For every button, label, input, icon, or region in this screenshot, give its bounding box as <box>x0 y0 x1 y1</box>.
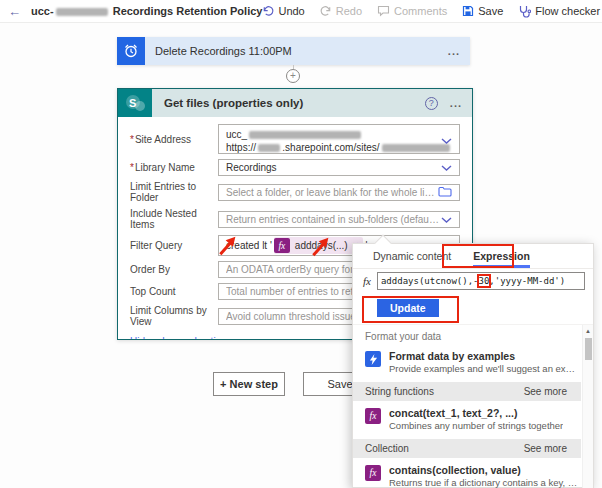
redacted-text <box>382 144 450 152</box>
folder-picker-icon[interactable] <box>438 186 452 199</box>
redo-button[interactable]: Redo <box>320 5 362 17</box>
undo-icon <box>262 5 274 17</box>
fx-function-icon: fx <box>365 465 381 481</box>
fx-function-icon: fx <box>365 408 381 424</box>
top-count-label: Top Count <box>130 286 218 297</box>
trigger-card[interactable]: Delete Recordings 11:00PM ... <box>117 37 470 65</box>
library-name-label: Library Name <box>135 162 195 173</box>
include-nested-input[interactable]: Return entries contained in sub-folders … <box>218 211 460 228</box>
flow-title: ucc- Recordings Retention Policy <box>31 5 262 17</box>
action-card-header[interactable]: S Get files (properties only) ? ... <box>118 89 472 117</box>
expression-token[interactable]: fx adddays(...) × <box>274 237 364 254</box>
help-icon[interactable]: ? <box>425 97 438 110</box>
field-row-site-address: *Site Address ucc_ https://.sharepoint.c… <box>130 124 460 154</box>
list-item-concat[interactable]: fx concat(text_1, text_2?, ...) Combines… <box>353 404 581 436</box>
scroll-up-icon[interactable]: ▲ <box>583 325 593 334</box>
format-your-data-header: Format your data <box>353 325 581 347</box>
site-address-label: Site Address <box>135 134 191 145</box>
trigger-body: Delete Recordings 11:00PM ... <box>145 37 470 65</box>
recurrence-icon <box>117 37 145 65</box>
expression-editor-row: fx adddays(utcnow(),-30,'yyyy-MM-dd') <box>353 269 593 292</box>
field-row-library-name: *Library Name Recordings <box>130 159 460 176</box>
trigger-title: Delete Recordings 11:00PM <box>155 45 292 57</box>
fx-token-icon: fx <box>274 238 290 253</box>
chevron-up-icon <box>237 339 247 341</box>
required-asterisk: * <box>130 134 134 145</box>
field-row-limit-entries: Limit Entries to Folder Select a folder,… <box>130 181 460 203</box>
expression-prefix: adddays(utcnow(),- <box>381 276 479 286</box>
expression-suffix: ,'yyyy-MM-dd') <box>489 276 565 286</box>
redacted-text <box>249 131 361 139</box>
top-bar: ← ucc- Recordings Retention Policy Undo … <box>0 0 602 23</box>
comment-icon <box>377 5 390 17</box>
expression-input[interactable]: adddays(utcnow(),-30,'yyyy-MM-dd') <box>377 272 585 290</box>
save-icon <box>462 5 474 17</box>
see-more-link-collection[interactable]: See more <box>524 443 567 454</box>
chevron-down-icon[interactable] <box>441 135 452 146</box>
redacted-text <box>56 8 108 16</box>
section-collection: Collection See more <box>353 439 581 458</box>
chevron-down-icon[interactable] <box>441 162 452 173</box>
limit-entries-input[interactable]: Select a folder, or leave blank for the … <box>218 184 460 201</box>
limit-entries-label: Limit Entries to Folder <box>130 181 218 203</box>
stethoscope-icon <box>518 5 531 18</box>
chevron-down-icon[interactable] <box>441 214 452 225</box>
limit-columns-label: Limit Columns by View <box>130 305 218 327</box>
popup-tabs: Dynamic content Expression <box>353 244 593 269</box>
sharepoint-icon: S <box>118 89 152 117</box>
section-string-functions: String functions See more <box>353 382 581 401</box>
library-name-input[interactable]: Recordings <box>218 159 460 176</box>
expression-highlighted-value: 30 <box>479 276 490 286</box>
list-item-format-by-examples[interactable]: Format data by examples Provide examples… <box>353 347 581 379</box>
popup-scrollbar[interactable]: ▲ <box>582 325 593 488</box>
tab-dynamic-content[interactable]: Dynamic content <box>373 250 451 268</box>
redo-icon <box>320 5 332 17</box>
toolbar: Undo Redo Comments Save Flow checker Tes… <box>262 5 602 18</box>
scrollbar-thumb[interactable] <box>585 338 592 360</box>
filter-query-label: Filter Query <box>130 240 218 251</box>
dynamic-content-popup: Dynamic content Expression fx adddays(ut… <box>352 243 594 488</box>
function-list: Format your data Format data by examples… <box>353 324 593 488</box>
redacted-text <box>258 144 280 152</box>
back-arrow-icon[interactable]: ← <box>8 5 21 18</box>
field-row-include-nested: Include Nested Items Return entries cont… <box>130 208 460 230</box>
new-step-button[interactable]: + New step <box>213 372 285 396</box>
power-automate-editor: ← ucc- Recordings Retention Policy Undo … <box>0 0 602 488</box>
trigger-menu-icon[interactable]: ... <box>448 45 460 57</box>
format-by-examples-icon <box>365 351 381 367</box>
site-address-input[interactable]: ucc_ https://.sharepoint.com/sites/ <box>218 124 460 154</box>
update-button[interactable]: Update <box>377 299 439 317</box>
order-by-label: Order By <box>130 264 218 275</box>
insert-step-button[interactable]: + <box>286 69 300 83</box>
list-item-contains[interactable]: fx contains(collection, value) Returns t… <box>353 461 581 488</box>
svg-text:S: S <box>129 97 136 109</box>
comments-button[interactable]: Comments <box>377 5 447 17</box>
tab-expression[interactable]: Expression <box>473 250 530 268</box>
action-header-controls: ? ... <box>425 97 472 110</box>
filter-query-text: created lt ' <box>226 240 272 251</box>
token-label: adddays(...) <box>295 240 348 251</box>
fx-icon: fx <box>363 275 371 287</box>
include-nested-label: Include Nested Items <box>130 208 218 230</box>
required-asterisk: * <box>130 162 134 173</box>
undo-button[interactable]: Undo <box>262 5 304 17</box>
update-row: Update <box>353 292 593 324</box>
save-button[interactable]: Save <box>462 5 503 17</box>
see-more-link-string[interactable]: See more <box>524 386 567 397</box>
action-title: Get files (properties only) <box>164 97 303 109</box>
flow-checker-button[interactable]: Flow checker <box>518 5 600 18</box>
action-menu-icon[interactable]: ... <box>450 97 462 109</box>
